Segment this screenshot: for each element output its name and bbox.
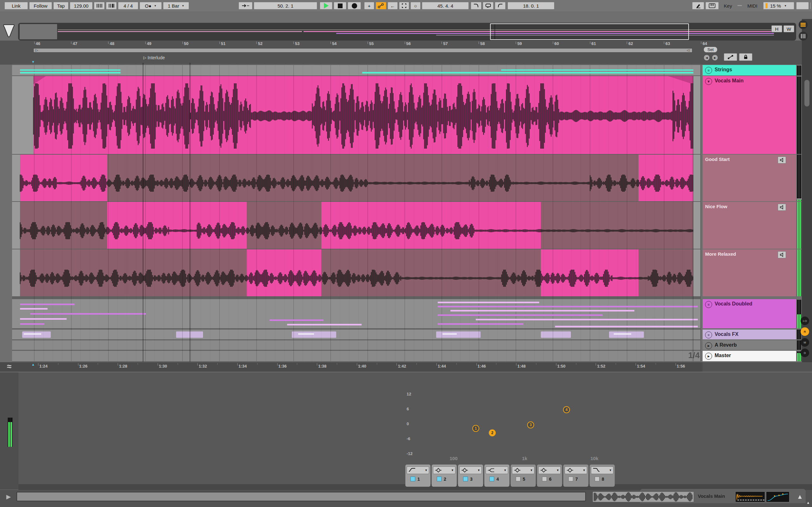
bar-ruler-number[interactable]: 64: [703, 41, 722, 46]
eq-band-enable-checkbox[interactable]: [463, 476, 468, 481]
good-start-lane[interactable]: [107, 155, 639, 201]
midi-map-button[interactable]: MIDI: [744, 2, 761, 9]
good-start-lane-clip[interactable]: [639, 155, 693, 201]
eq-band-filter-select[interactable]: ▼: [459, 466, 482, 474]
more-relaxed-lane[interactable]: [321, 249, 541, 296]
eq-band-filter-select[interactable]: ▼: [486, 466, 508, 474]
take-lane-audition-button[interactable]: [778, 204, 786, 211]
track-header-vocals-main[interactable]: ▼Vocals Main: [703, 76, 796, 154]
arrangement-position-display[interactable]: 50. 2. 1: [254, 2, 317, 9]
nice-flow-lane[interactable]: [247, 202, 321, 249]
scroll-follow-toggle[interactable]: ≈: [3, 361, 16, 372]
vocals-fx-clip[interactable]: [609, 331, 644, 338]
vocals-fx-clip[interactable]: [22, 331, 51, 338]
vocals-fx-clip[interactable]: [436, 331, 480, 338]
more-relaxed-lane[interactable]: [20, 249, 247, 296]
loop-length-display[interactable]: 18. 0. 1: [507, 2, 554, 9]
track-fold-icon[interactable]: ▶: [705, 353, 712, 360]
time-ruler-label[interactable]: 1:32: [199, 364, 216, 369]
nice-flow-lane[interactable]: [20, 202, 107, 249]
metronome-button[interactable]: [106, 2, 117, 9]
time-ruler-label[interactable]: 1:40: [358, 364, 376, 369]
eq-band-enable-checkbox[interactable]: [410, 476, 415, 481]
solo-button[interactable]: D: [801, 349, 809, 357]
punch-in-button[interactable]: [471, 2, 481, 9]
loop-brace[interactable]: [33, 48, 693, 53]
time-ruler-label[interactable]: 1:54: [637, 364, 655, 369]
stop-button[interactable]: [334, 2, 346, 9]
bar-ruler-number[interactable]: 53: [295, 41, 314, 46]
track-header-vocals-fx[interactable]: ≡Vocals FX: [703, 330, 796, 339]
track-header-strings[interactable]: ≡Strings: [703, 65, 796, 75]
eq-band-filter-select[interactable]: ▼: [433, 466, 455, 474]
loop-link-button[interactable]: [724, 53, 737, 61]
bar-ruler-number[interactable]: 55: [369, 41, 388, 46]
track-unfold-icon[interactable]: ▼: [705, 78, 712, 85]
cpu-load-meter[interactable]: 15 %▼: [763, 2, 794, 9]
track-header-nice-flow[interactable]: Nice Flow: [703, 202, 796, 249]
bar-ruler-number[interactable]: 59: [517, 41, 537, 46]
clip-overview-thumbnail[interactable]: [593, 492, 694, 502]
bar-ruler-number[interactable]: 56: [406, 41, 425, 46]
overview-scrollbar-thumb[interactable]: [804, 80, 809, 107]
track-fold-icon[interactable]: ▶: [705, 342, 712, 349]
highlight-loop-button[interactable]: ○: [410, 2, 420, 9]
quantization-select[interactable]: 1 Bar▼: [163, 2, 189, 9]
mute-button[interactable]: M: [801, 338, 809, 347]
bar-ruler-number[interactable]: 48: [110, 41, 129, 46]
play-button[interactable]: [320, 2, 333, 9]
vocals-fx-clip[interactable]: [176, 331, 203, 338]
previous-locator-button[interactable]: ◀: [704, 55, 710, 61]
vocals-fx-clip[interactable]: [292, 331, 336, 338]
time-ruler-label[interactable]: 1:42: [398, 364, 415, 369]
bar-ruler-number[interactable]: 47: [72, 41, 92, 46]
track-list-icon[interactable]: ≡: [705, 67, 712, 74]
more-relaxed-lane-clip[interactable]: [247, 249, 321, 296]
session-view-toggle[interactable]: [799, 32, 808, 41]
follow-button[interactable]: Follow: [29, 2, 52, 9]
eq-band-node-2[interactable]: 2: [489, 429, 496, 436]
eq-band-filter-select[interactable]: ▼: [591, 466, 613, 474]
time-ruler-label[interactable]: 1:24: [39, 364, 57, 369]
good-start-lane-clip[interactable]: [20, 155, 107, 201]
nice-flow-lane-clip[interactable]: [321, 202, 541, 249]
track-header-master[interactable]: ▶Master: [703, 351, 796, 361]
eq-band-filter-select[interactable]: ▼: [407, 466, 429, 474]
loop-switch[interactable]: [483, 2, 494, 9]
bar-ruler-number[interactable]: 50: [184, 41, 203, 46]
time-ruler-label[interactable]: 1:36: [278, 364, 296, 369]
time-ruler-label[interactable]: 1:50: [557, 364, 575, 369]
device-view-collapse-button[interactable]: ▲: [794, 492, 806, 502]
overview-view-rectangle[interactable]: [490, 23, 689, 40]
locator-interlude[interactable]: ▷Interlude: [143, 55, 188, 61]
device-thumbnail-hybrid-reverb[interactable]: [735, 492, 765, 502]
time-ruler-label[interactable]: 1:34: [239, 364, 256, 369]
bar-ruler-number[interactable]: 57: [443, 41, 462, 46]
strings-lane[interactable]: [12, 65, 700, 75]
device-thumbnail-eq-eight[interactable]: [766, 492, 790, 502]
draw-mode-button[interactable]: [692, 2, 704, 9]
record-button[interactable]: [348, 2, 361, 9]
more-relaxed-lane-clip[interactable]: [541, 249, 639, 296]
a-reverb-lane[interactable]: [12, 340, 700, 350]
io-button[interactable]: I-O: [801, 317, 809, 325]
draw-mode-box-button[interactable]: [399, 2, 409, 9]
eq-band-filter-select[interactable]: ▼: [538, 466, 561, 474]
eq-band-enable-checkbox[interactable]: [595, 476, 600, 481]
set-locator-button[interactable]: Set: [704, 47, 717, 53]
computer-midi-keyboard-button[interactable]: [705, 2, 719, 9]
bar-ruler-number[interactable]: 63: [665, 41, 684, 46]
eq-band-filter-select[interactable]: ▼: [512, 466, 535, 474]
status-play-icon[interactable]: ▶: [4, 493, 13, 501]
arrangement-position-follow-button[interactable]: [239, 2, 252, 9]
track-list-icon[interactable]: ≡: [705, 331, 712, 338]
tap-tempo-button[interactable]: Tap: [53, 2, 68, 9]
re-enable-automation-button[interactable]: ←: [388, 2, 398, 9]
vocals-fx-clip[interactable]: [541, 331, 571, 338]
eq-band-node-3[interactable]: 3: [527, 421, 534, 429]
eq-band-filter-select[interactable]: ▼: [565, 466, 587, 474]
track-header-a-reverb[interactable]: ▶A Reverb: [703, 340, 796, 350]
time-ruler-label[interactable]: 1:56: [677, 364, 695, 369]
time-ruler-label[interactable]: 1:46: [478, 364, 496, 369]
time-ruler-label[interactable]: 1:26: [79, 364, 97, 369]
